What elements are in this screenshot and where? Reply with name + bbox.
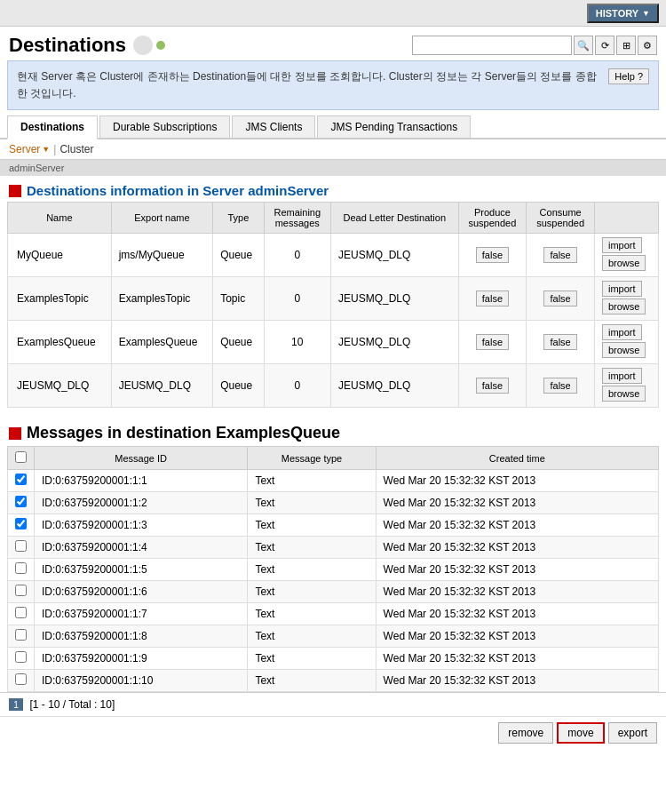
msg-checkbox[interactable] [15,496,27,507]
destinations-table-wrap: Name Export name Type Remainingmessages … [0,202,666,408]
select-all-checkbox[interactable] [15,451,27,463]
msg-type: Text [248,603,376,625]
list-item: ID:0:63759200001:1:5 Text Wed Mar 20 15:… [8,559,659,581]
col-type: Type [213,203,264,234]
pagination-bar: 1 [1 - 10 / Total : 10] [0,692,666,716]
table-row: ExamplesTopic ExamplesTopic Topic 0 JEUS… [8,277,659,321]
list-item: ID:0:63759200001:1:1 Text Wed Mar 20 15:… [8,470,659,492]
import-button[interactable]: import [602,237,642,253]
section-bar-label: adminServer [9,163,64,173]
import-button[interactable]: import [602,368,642,384]
consume-suspended-btn[interactable]: false [543,291,576,306]
msg-type: Text [248,470,376,492]
msg-created: Wed Mar 20 15:32:32 KST 2013 [376,559,658,581]
search-button[interactable]: 🔍 [574,36,593,55]
msg-id: ID:0:63759200001:1:2 [35,492,248,514]
dest-produce-suspended: false [458,234,527,277]
history-button[interactable]: HISTORY ▼ [587,4,659,23]
consume-suspended-btn[interactable]: false [543,247,576,263]
dest-remaining: 10 [264,321,330,364]
dest-type: Topic [213,277,264,321]
msg-created: Wed Mar 20 15:32:32 KST 2013 [376,670,658,692]
help-button[interactable]: Help ? [608,68,649,84]
remove-button[interactable]: remove [498,722,553,744]
tab-jms-clients[interactable]: JMS Clients [232,115,315,138]
browse-button[interactable]: browse [602,299,646,314]
dest-remaining: 0 [264,364,330,408]
msg-checkbox-cell [8,625,35,648]
msg-checkbox[interactable] [15,651,27,663]
col-export-name: Export name [111,203,213,234]
msg-checkbox-cell [8,492,35,514]
msg-type: Text [248,514,376,537]
search-input[interactable] [412,36,572,55]
browse-button[interactable]: browse [602,255,646,271]
consume-suspended-btn[interactable]: false [543,378,576,394]
dest-consume-suspended: false [527,234,595,277]
msg-checkbox[interactable] [15,518,27,529]
browse-button[interactable]: browse [602,342,646,358]
msg-checkbox-cell [8,470,35,492]
move-button[interactable]: move [557,722,604,744]
msg-checkbox[interactable] [15,585,27,596]
dest-actions: import browse [594,364,658,408]
tab-jms-pending-transactions[interactable]: JMS Pending Transactions [317,115,471,138]
msg-type: Text [248,625,376,648]
page-title: Destinations [9,34,126,57]
msg-type: Text [248,581,376,603]
section-header-bar: adminServer [0,160,666,176]
bottom-actions: remove move export [0,716,666,749]
msg-id: ID:0:63759200001:1:3 [35,514,248,537]
grid-button[interactable]: ⊞ [616,36,636,55]
dest-name: ExamplesTopic [8,277,112,321]
dest-remaining: 0 [264,234,330,277]
msg-id: ID:0:63759200001:1:7 [35,603,248,625]
messages-red-flag-icon [9,427,21,440]
sub-tab-server[interactable]: Server ▼ [9,143,50,155]
msg-checkbox[interactable] [15,629,27,641]
info-text: 현재 Server 혹은 Cluster에 존재하는 Destination들에… [17,68,599,102]
produce-suspended-btn[interactable]: false [476,334,509,350]
dest-produce-suspended: false [458,277,527,321]
history-arrow-icon: ▼ [642,9,650,18]
messages-title: Messages in destination ExamplesQueue [27,424,340,442]
sub-tab-cluster[interactable]: Cluster [59,143,93,155]
tab-destinations[interactable]: Destinations [7,115,98,139]
destinations-table: Name Export name Type Remainingmessages … [7,202,659,408]
browse-button[interactable]: browse [602,386,646,402]
produce-suspended-btn[interactable]: false [476,378,509,394]
msg-created: Wed Mar 20 15:32:32 KST 2013 [376,625,658,648]
msg-id: ID:0:63759200001:1:8 [35,625,248,648]
msg-id: ID:0:63759200001:1:4 [35,537,248,559]
table-row: JEUSMQ_DLQ JEUSMQ_DLQ Queue 0 JEUSMQ_DLQ… [8,364,659,408]
import-button[interactable]: import [602,324,642,340]
msg-checkbox-cell [8,648,35,670]
dest-name: ExamplesQueue [8,321,112,364]
consume-suspended-btn[interactable]: false [543,334,576,350]
msg-checkbox[interactable] [15,562,27,574]
msg-checkbox[interactable] [15,607,27,618]
dest-export-name: ExamplesQueue [111,321,213,364]
col-message-id: Message ID [35,447,248,470]
msg-created: Wed Mar 20 15:32:32 KST 2013 [376,514,658,537]
produce-suspended-btn[interactable]: false [476,247,509,263]
msg-id: ID:0:63759200001:1:10 [35,670,248,692]
list-item: ID:0:63759200001:1:7 Text Wed Mar 20 15:… [8,603,659,625]
settings-button[interactable]: ⚙ [638,36,657,55]
msg-created: Wed Mar 20 15:32:32 KST 2013 [376,581,658,603]
tab-durable-subscriptions[interactable]: Durable Subscriptions [99,115,230,138]
table-row: MyQueue jms/MyQueue Queue 0 JEUSMQ_DLQ f… [8,234,659,277]
import-button[interactable]: import [602,281,642,297]
history-label: HISTORY [596,8,638,19]
refresh-button[interactable]: ⟳ [595,36,614,55]
msg-checkbox[interactable] [15,474,27,485]
dest-actions: import browse [594,234,658,277]
msg-checkbox[interactable] [15,673,27,685]
msg-checkbox[interactable] [15,540,27,552]
produce-suspended-btn[interactable]: false [476,291,509,306]
table-row: ExamplesQueue ExamplesQueue Queue 10 JEU… [8,321,659,364]
export-button[interactable]: export [608,722,657,744]
col-remaining: Remainingmessages [264,203,330,234]
dest-produce-suspended: false [458,321,527,364]
msg-created: Wed Mar 20 15:32:32 KST 2013 [376,470,658,492]
